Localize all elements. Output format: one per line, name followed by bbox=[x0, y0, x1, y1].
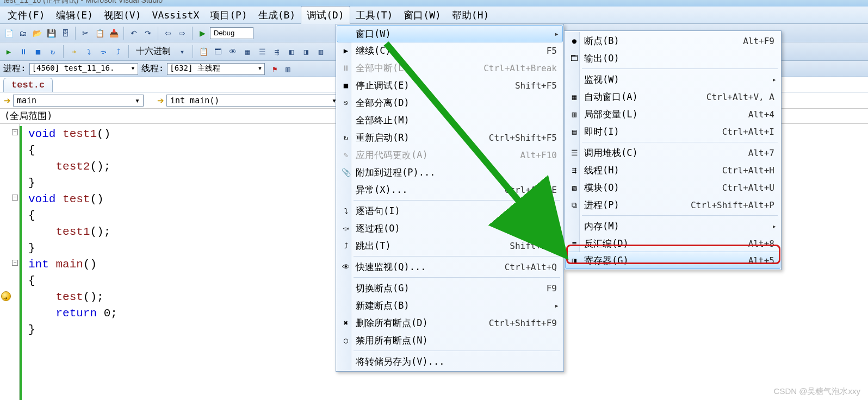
tab-test-c[interactable]: test.c bbox=[3, 78, 53, 92]
start-debug-icon[interactable]: ▶ bbox=[196, 27, 209, 40]
menu-item[interactable]: 切换断点(G)F9 bbox=[337, 279, 562, 297]
menu-file[interactable]: 文件(F) bbox=[2, 7, 51, 24]
threads-icon: ⇶ bbox=[569, 165, 580, 176]
menu-item[interactable]: ⤼逐过程(O)F10 bbox=[337, 220, 562, 237]
menu-vassistx[interactable]: VAssistX bbox=[147, 7, 205, 23]
current-statement-icon[interactable] bbox=[1, 291, 11, 301]
menu-item[interactable]: ⤴跳出(T)Shift+F11 bbox=[337, 237, 562, 254]
menu-item-label: 进程(P) bbox=[584, 199, 691, 211]
menu-separator bbox=[582, 142, 778, 142]
restart-icon[interactable]: ↻ bbox=[46, 45, 59, 58]
breakpoints-window-icon[interactable]: 📋 bbox=[197, 45, 210, 58]
menu-item[interactable]: ◨寄存器(G)Alt+5 bbox=[565, 252, 780, 269]
step-out-icon[interactable]: ⤴ bbox=[111, 45, 125, 58]
fold-toggle-icon[interactable]: − bbox=[12, 195, 18, 201]
menu-item-shortcut: Ctrl+Alt+V, A bbox=[693, 92, 774, 102]
menu-separator bbox=[354, 277, 560, 278]
menu-item-label: 寄存器(G) bbox=[584, 254, 693, 267]
menu-item[interactable]: ⇶线程(H)Ctrl+Alt+H bbox=[566, 161, 780, 179]
menu-item[interactable]: 异常(X)...Ctrl+Alt+E bbox=[337, 181, 562, 198]
menu-item[interactable]: 监视(W)▸ bbox=[566, 71, 780, 88]
menu-item[interactable]: ■停止调试(E)Shift+F5 bbox=[337, 77, 562, 94]
stackframe-icon[interactable]: ▥ bbox=[281, 62, 294, 76]
autos-window-icon[interactable]: ◧ bbox=[285, 45, 298, 58]
menu-item[interactable]: ▤即时(I)Ctrl+Alt+I bbox=[566, 123, 780, 140]
menu-item[interactable]: 📎附加到进程(P)... bbox=[337, 164, 562, 181]
menu-item[interactable]: ▦自动窗口(A)Ctrl+Alt+V, A bbox=[566, 88, 780, 105]
menu-edit[interactable]: 编辑(E) bbox=[51, 7, 99, 24]
threads-window-icon[interactable]: ⇶ bbox=[270, 45, 283, 58]
menu-item-label: 重新启动(R) bbox=[356, 132, 475, 144]
menu-help[interactable]: 帮助(H) bbox=[447, 7, 495, 24]
menu-item[interactable]: 👁快速监视(Q)...Ctrl+Alt+Q bbox=[337, 258, 562, 276]
stop-debug-icon[interactable]: ■ bbox=[32, 45, 45, 58]
registers-window-icon[interactable]: ▥ bbox=[314, 45, 327, 58]
menu-item[interactable]: 全部终止(M) bbox=[337, 111, 562, 129]
cut-icon[interactable]: ✂ bbox=[79, 27, 92, 40]
pause-icon[interactable]: ⏸ bbox=[17, 45, 30, 58]
menu-item[interactable]: ⎋全部分离(D) bbox=[337, 94, 562, 111]
menu-item[interactable]: ●断点(B)Alt+F9 bbox=[566, 32, 780, 49]
menu-item[interactable]: ▧模块(O)Ctrl+Alt+U bbox=[566, 179, 780, 196]
reg-icon: ◨ bbox=[569, 255, 580, 266]
menu-window[interactable]: 窗口(W) bbox=[398, 7, 447, 24]
scope-combo[interactable]: main ▾ bbox=[13, 95, 144, 107]
continue-icon[interactable]: ▶ bbox=[2, 45, 15, 58]
menu-tools[interactable]: 工具(T) bbox=[350, 7, 399, 24]
menu-item[interactable]: 内存(M)▸ bbox=[566, 217, 780, 235]
proc-icon: ⧉ bbox=[569, 199, 580, 210]
immediate-window-icon[interactable]: ▦ bbox=[241, 45, 254, 58]
function-combo[interactable]: int main() ▾ bbox=[166, 95, 340, 107]
redo-icon[interactable]: ↷ bbox=[141, 27, 154, 40]
menu-item[interactable]: ▥局部变量(L)Alt+4 bbox=[566, 105, 780, 123]
show-next-icon[interactable]: ➔ bbox=[67, 45, 80, 58]
menu-project[interactable]: 项目(P) bbox=[204, 7, 253, 24]
locals-window-icon[interactable]: ◨ bbox=[300, 45, 313, 58]
menu-item[interactable]: ⧉进程(P)Ctrl+Shift+Alt+P bbox=[566, 196, 780, 214]
paste-icon[interactable]: 📥 bbox=[107, 27, 120, 40]
save-icon[interactable]: 💾 bbox=[45, 27, 58, 40]
stepin-icon: ⤵ bbox=[340, 205, 351, 216]
menu-item[interactable]: ○禁用所有断点(N) bbox=[337, 332, 562, 349]
nav-back-icon[interactable]: ⇦ bbox=[162, 27, 175, 40]
watch-window-icon[interactable]: 👁 bbox=[226, 45, 239, 58]
menu-separator bbox=[354, 200, 560, 201]
menu-item[interactable]: ▶继续(C)F5 bbox=[337, 42, 562, 59]
toolbar-separator bbox=[158, 27, 158, 40]
copy-icon[interactable]: 📋 bbox=[93, 27, 106, 40]
process-combo[interactable]: [4560] test_11_16. ▾ bbox=[29, 63, 138, 75]
undo-icon[interactable]: ↶ bbox=[127, 27, 140, 40]
nav-func-icon: ➔ bbox=[154, 96, 166, 105]
menu-item[interactable]: 新建断点(B)▸ bbox=[337, 297, 562, 314]
menu-separator bbox=[354, 256, 560, 257]
menu-item[interactable]: 🗔输出(O) bbox=[566, 49, 780, 67]
new-project-icon[interactable]: 📄 bbox=[2, 27, 15, 40]
menu-item[interactable]: ✖删除所有断点(D)Ctrl+Shift+F9 bbox=[337, 314, 562, 332]
step-into-icon[interactable]: ⤵ bbox=[82, 45, 95, 58]
menu-item-shortcut: Ctrl+Shift+Alt+P bbox=[691, 200, 774, 210]
fold-toggle-icon[interactable]: − bbox=[12, 260, 18, 266]
menu-view[interactable]: 视图(V) bbox=[98, 7, 147, 24]
menu-debug[interactable]: 调试(D) bbox=[301, 6, 350, 24]
menu-item[interactable]: ☰调用堆栈(C)Alt+7 bbox=[566, 144, 780, 161]
menu-item[interactable]: ↻重新启动(R)Ctrl+Shift+F5 bbox=[337, 129, 562, 146]
menu-item[interactable]: 将转储另存为(V)... bbox=[337, 353, 562, 370]
callstack-window-icon[interactable]: ☰ bbox=[256, 45, 269, 58]
config-combo[interactable]: Debug bbox=[210, 27, 253, 39]
thread-flag-icon[interactable]: ⚑ bbox=[268, 62, 281, 76]
step-over-icon[interactable]: ⤼ bbox=[97, 45, 110, 58]
menu-item[interactable]: ⤵逐语句(I)F11 bbox=[337, 202, 562, 220]
open-icon[interactable]: 📂 bbox=[30, 27, 44, 40]
nav-fwd-icon[interactable]: ⇨ bbox=[176, 27, 189, 40]
hex-dropdown-icon[interactable]: ▾ bbox=[176, 45, 189, 58]
config-value: Debug bbox=[214, 29, 234, 37]
menu-item[interactable]: ≡反汇编(D)Alt+8 bbox=[566, 235, 780, 252]
fold-toggle-icon[interactable]: − bbox=[12, 129, 18, 135]
menu-build[interactable]: 生成(B) bbox=[253, 7, 301, 24]
hex-label[interactable]: 十六进制 bbox=[133, 46, 174, 57]
save-all-icon[interactable]: 🗄 bbox=[59, 27, 72, 40]
output-window-icon[interactable]: 🗔 bbox=[212, 45, 225, 58]
menu-item[interactable]: 窗口(W)▸ bbox=[337, 25, 563, 42]
thread-combo[interactable]: [632] 主线程 ▾ bbox=[167, 63, 265, 75]
add-item-icon[interactable]: 🗂 bbox=[16, 27, 29, 40]
